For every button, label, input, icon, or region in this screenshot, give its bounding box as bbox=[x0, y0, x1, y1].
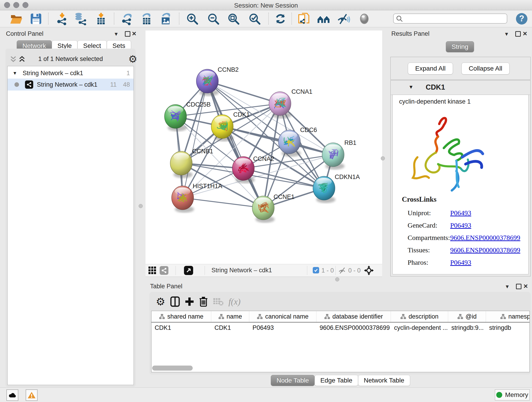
table-cell[interactable]: stringdb bbox=[486, 324, 530, 332]
table-cell[interactable]: 9606.ENSP00000378699 bbox=[317, 324, 391, 332]
crosslink-compartments-link[interactable]: 9606.ENSP00000378699 bbox=[450, 234, 520, 242]
horizontal-scrollbar[interactable] bbox=[152, 366, 193, 370]
table-panel-close-icon[interactable]: × bbox=[524, 282, 528, 290]
refresh-icon[interactable] bbox=[274, 12, 287, 26]
help-icon[interactable]: ? bbox=[515, 12, 528, 26]
network-node-HIST1H1A[interactable] bbox=[172, 186, 194, 213]
node-label-CDC6: CDC6 bbox=[300, 127, 317, 133]
clone-network-icon[interactable] bbox=[297, 12, 310, 26]
column-header-shared-name[interactable]: shared name bbox=[152, 311, 211, 322]
network-node-CDKN1A[interactable] bbox=[313, 176, 336, 203]
table-cell[interactable]: P06493 bbox=[249, 324, 317, 332]
memory-button[interactable]: Memory bbox=[495, 389, 530, 400]
tab-edge-table[interactable]: Edge Table bbox=[315, 375, 358, 386]
zoom-out-icon[interactable] bbox=[207, 12, 220, 26]
table-panel-collapse-icon[interactable]: ▼ bbox=[505, 284, 510, 289]
zoom-selected-icon[interactable] bbox=[248, 12, 261, 26]
section-collapse-icon[interactable]: ▼ bbox=[409, 84, 413, 90]
table-row[interactable]: CDK1CDK1P064939606.ENSP00000378699cyclin… bbox=[152, 322, 530, 333]
network-node-CCNB2[interactable] bbox=[196, 69, 219, 96]
network-type-icon bbox=[25, 80, 33, 89]
network-node-CCNB1[interactable] bbox=[170, 151, 193, 178]
hidden-eye-icon[interactable] bbox=[338, 267, 346, 274]
share-view-icon[interactable] bbox=[160, 266, 168, 275]
table-cell[interactable]: cyclin-dependent ... bbox=[391, 324, 448, 332]
results-panel-float-icon[interactable] bbox=[515, 31, 521, 37]
results-panel-collapse-icon[interactable]: ▼ bbox=[504, 32, 509, 37]
column-header-database-identifier[interactable]: database identifier bbox=[317, 311, 391, 322]
column-header-label: namespace bbox=[508, 313, 530, 320]
control-panel-collapse-icon[interactable]: ▼ bbox=[114, 32, 119, 37]
control-panel-close-icon[interactable]: × bbox=[132, 30, 136, 37]
zoom-fit-icon[interactable] bbox=[227, 12, 240, 26]
network-collection-row[interactable]: ▼ String Network – cdk1 1 bbox=[7, 67, 133, 79]
tree-expand-icon[interactable]: ▼ bbox=[13, 70, 17, 76]
selected-checkbox-icon[interactable] bbox=[313, 267, 319, 274]
gear-icon[interactable]: ⚙ bbox=[128, 53, 137, 65]
network-node-CDK1[interactable] bbox=[211, 115, 234, 141]
birdseye-view-icon[interactable] bbox=[184, 266, 193, 275]
network-node-CDC25B[interactable] bbox=[165, 104, 187, 131]
export-table-icon[interactable] bbox=[140, 12, 153, 26]
column-header-canonical-name[interactable]: canonical name bbox=[249, 311, 317, 322]
zoom-in-icon[interactable] bbox=[186, 12, 199, 26]
table-header-row: shared namenamecanonical namedatabase id… bbox=[152, 311, 530, 322]
control-panel-float-icon[interactable] bbox=[125, 31, 130, 37]
column-header-label: shared name bbox=[167, 313, 203, 320]
network-status-dot-icon bbox=[14, 82, 19, 87]
string-home-icon[interactable] bbox=[317, 12, 330, 26]
grid-view-icon[interactable] bbox=[148, 267, 156, 274]
status-bar: Memory bbox=[0, 387, 532, 402]
column-header-description[interactable]: description bbox=[391, 311, 448, 322]
network-row-selected[interactable]: String Network – cdk1 11 48 bbox=[7, 79, 133, 90]
memory-status-dot bbox=[496, 392, 502, 398]
network-node-RB1[interactable] bbox=[322, 143, 345, 170]
move-crosshair-icon[interactable] bbox=[364, 265, 374, 276]
results-panel-close-icon[interactable]: × bbox=[523, 30, 527, 37]
import-network-database-icon[interactable] bbox=[74, 12, 87, 26]
left-splitter-handle[interactable] bbox=[139, 204, 143, 208]
warning-button[interactable] bbox=[26, 389, 38, 401]
table-panel-float-icon[interactable] bbox=[516, 284, 521, 289]
crosslink-genecard-link[interactable]: P06493 bbox=[450, 221, 471, 229]
column-header-id[interactable]: @id bbox=[448, 311, 486, 322]
tab-string[interactable]: String bbox=[446, 41, 474, 52]
export-image-icon[interactable] bbox=[159, 12, 172, 26]
protein-section-header[interactable]: ▼ CDK1 bbox=[391, 80, 530, 95]
gear-icon[interactable]: ⚙ bbox=[156, 295, 165, 308]
crosslink-pharos-link[interactable]: P06493 bbox=[450, 259, 471, 266]
table-panel-content: ⚙ f(x) shared namenamecanonical namedata… bbox=[149, 292, 531, 375]
tab-network-table[interactable]: Network Table bbox=[358, 375, 410, 386]
delete-column-icon[interactable] bbox=[199, 296, 208, 307]
cloud-button[interactable] bbox=[6, 389, 18, 401]
network-node-CCNA1[interactable] bbox=[269, 92, 291, 119]
network-node-CCNE1[interactable] bbox=[252, 196, 275, 223]
save-session-icon[interactable] bbox=[29, 12, 43, 26]
column-header-namespace[interactable]: namespace bbox=[486, 311, 530, 322]
collapse-all-button[interactable]: Collapse All bbox=[462, 63, 510, 75]
table-cell[interactable]: CDK1 bbox=[152, 324, 211, 332]
search-input[interactable] bbox=[393, 13, 507, 24]
eye-icon[interactable] bbox=[358, 12, 371, 26]
node-label-CCNB1: CCNB1 bbox=[192, 148, 213, 155]
search-field bbox=[393, 13, 507, 24]
horizontal-splitter-handle[interactable] bbox=[335, 277, 339, 281]
network-node-CCNA2[interactable] bbox=[232, 157, 255, 183]
expand-all-button[interactable]: Expand All bbox=[408, 63, 453, 75]
network-canvas[interactable]: CCNB2CCNA1CDC25BCCNB1HIST1H1ACDK1CDC6RB1… bbox=[146, 31, 382, 264]
import-network-icon[interactable] bbox=[56, 12, 69, 26]
tab-node-table[interactable]: Node Table bbox=[271, 375, 315, 386]
columns-icon[interactable] bbox=[170, 296, 180, 307]
column-header-name[interactable]: name bbox=[211, 311, 249, 322]
crosslink-tissues-link[interactable]: 9606.ENSP00000378699 bbox=[450, 246, 520, 254]
table-cell[interactable]: CDK1 bbox=[211, 324, 249, 332]
right-splitter-handle[interactable] bbox=[381, 156, 385, 160]
hide-selected-icon[interactable] bbox=[337, 12, 350, 26]
add-column-icon[interactable] bbox=[185, 297, 194, 306]
open-session-icon[interactable] bbox=[10, 12, 23, 26]
network-node-CDC6[interactable] bbox=[278, 130, 301, 157]
table-cell[interactable]: stringdb:9... bbox=[448, 324, 486, 332]
crosslink-uniprot-link[interactable]: P06493 bbox=[450, 209, 471, 217]
import-table-icon[interactable] bbox=[94, 12, 108, 26]
export-network-icon[interactable] bbox=[121, 12, 134, 26]
